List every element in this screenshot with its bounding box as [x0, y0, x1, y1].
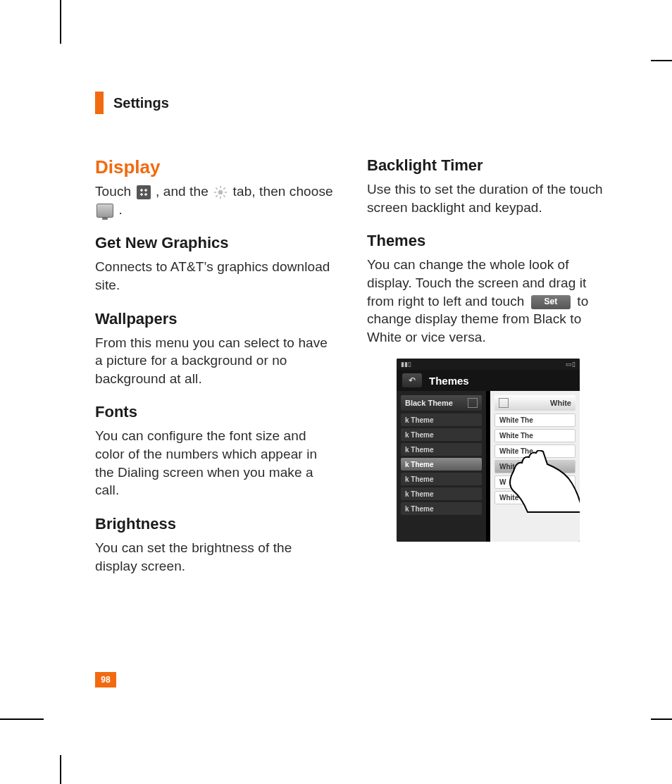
gear-icon [213, 185, 228, 199]
text: tab, then choose [233, 184, 333, 199]
screenshot-titlebar: ↶ Themes [397, 370, 580, 391]
section-header: Settings [95, 92, 609, 114]
preview-square-icon [468, 398, 478, 408]
page-content: Settings Display Touch , and the tab, th… [95, 92, 609, 579]
left-column: Display Touch , and the tab, then choose… [95, 156, 337, 579]
right-column: Backlight Timer Use this to set the dura… [367, 156, 609, 579]
themes-screenshot: ▮▮▯ ▭▯ ↶ Themes Black Theme k Themek The… [397, 359, 580, 542]
list-item: k Theme [401, 428, 482, 441]
list-item: White The [494, 429, 575, 442]
themes-body: You can change the whole look of display… [367, 256, 609, 346]
list-item: White The [494, 460, 575, 473]
light-pane-header: White [494, 395, 575, 411]
back-icon: ↶ [402, 373, 422, 387]
svg-line-5 [216, 187, 218, 189]
page-number: 98 [95, 672, 116, 687]
backlight-body: Use this to set the duration of the touc… [367, 180, 609, 216]
get-new-graphics-heading: Get New Graphics [95, 234, 337, 252]
brightness-heading: Brightness [95, 515, 337, 533]
crop-mark [651, 60, 672, 61]
monitor-icon [97, 204, 113, 218]
display-heading: Display [95, 156, 337, 178]
crop-mark [60, 755, 61, 784]
list-item: White The [494, 413, 575, 427]
wallpapers-heading: Wallpapers [95, 310, 337, 328]
fonts-heading: Fonts [95, 403, 337, 421]
svg-line-8 [223, 187, 225, 189]
apps-grid-icon [137, 185, 151, 199]
screenshot-title: Themes [429, 375, 469, 387]
text: . [118, 202, 122, 217]
light-header-label: White [550, 399, 571, 407]
wallpapers-body: From this menu you can select to have a … [95, 334, 337, 388]
two-column-layout: Display Touch , and the tab, then choose… [95, 156, 609, 579]
signal-icon: ▮▮▯ [401, 361, 411, 368]
crop-mark [651, 718, 672, 720]
svg-line-7 [216, 195, 218, 197]
battery-icon: ▭▯ [566, 361, 575, 368]
list-item: k Theme [401, 502, 482, 515]
preview-square-icon [499, 398, 509, 408]
backlight-heading: Backlight Timer [367, 156, 609, 175]
screenshot-body: Black Theme k Themek Themek Themek Theme… [397, 391, 580, 542]
crop-mark [60, 0, 61, 44]
crop-mark [0, 718, 44, 720]
dark-header-label: Black Theme [405, 399, 453, 407]
set-button-graphic: Set [531, 295, 571, 309]
screenshot-statusbar: ▮▮▯ ▭▯ [397, 359, 580, 370]
svg-line-6 [223, 195, 225, 197]
svg-point-0 [218, 190, 223, 195]
list-item: W [494, 475, 575, 489]
list-item: k Theme [401, 458, 482, 471]
list-item: k Theme [401, 443, 482, 456]
light-pane: White White TheWhite TheWhite TheWhite T… [490, 391, 580, 542]
fonts-body: You can configure the font size and colo… [95, 427, 337, 499]
list-item: White The [494, 444, 575, 458]
dark-pane-header: Black Theme [401, 395, 482, 411]
list-item: White [494, 491, 575, 504]
header-title: Settings [113, 95, 169, 111]
text: , and the [156, 184, 212, 199]
list-item: k Theme [401, 473, 482, 485]
get-new-graphics-body: Connects to AT&T’s graphics download sit… [95, 258, 337, 294]
list-item: k Theme [401, 413, 482, 426]
dark-pane: Black Theme k Themek Themek Themek Theme… [397, 391, 486, 542]
text: Touch [95, 184, 135, 199]
themes-heading: Themes [367, 232, 609, 250]
header-accent [95, 92, 104, 114]
list-item: k Theme [401, 487, 482, 500]
display-intro: Touch , and the tab, then choose . [95, 182, 337, 218]
brightness-body: You can set the brightness of the displa… [95, 539, 337, 575]
